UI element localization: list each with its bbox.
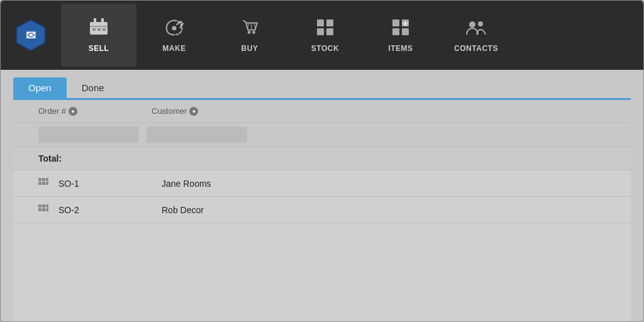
customer-filter-icon[interactable]: ● xyxy=(189,107,198,116)
svg-rect-27 xyxy=(42,178,45,181)
table-row[interactable]: SO-1 Jane Rooms xyxy=(13,170,631,197)
logo-icon: ✉ xyxy=(14,19,47,52)
svg-rect-16 xyxy=(326,19,333,26)
customer-filter-input[interactable] xyxy=(147,126,247,143)
table-header: Order # ● Customer ● xyxy=(13,100,631,123)
svg-point-25 xyxy=(478,21,483,26)
svg-rect-32 xyxy=(38,204,42,208)
logo-area: ✉ xyxy=(6,19,56,52)
nav-item-buy[interactable]: BUY xyxy=(212,4,287,67)
svg-rect-30 xyxy=(46,178,48,181)
cell-order-2: SO-2 xyxy=(58,205,162,215)
svg-rect-19 xyxy=(392,19,399,26)
nav-item-make[interactable]: MAKE xyxy=(136,4,212,67)
svg-rect-28 xyxy=(38,182,42,185)
svg-point-11 xyxy=(252,31,255,34)
svg-rect-3 xyxy=(94,18,96,25)
make-label: MAKE xyxy=(162,44,186,53)
svg-rect-33 xyxy=(42,204,45,208)
nav-item-items[interactable]: ITEMS xyxy=(363,4,438,67)
svg-rect-34 xyxy=(38,208,42,211)
cell-order-1: SO-1 xyxy=(58,179,162,189)
filter-row xyxy=(13,123,631,147)
tabs-row: Open Done xyxy=(13,77,631,98)
table-area: Order # ● Customer ● Total: xyxy=(13,100,631,321)
stock-icon xyxy=(316,18,335,39)
svg-rect-36 xyxy=(46,204,48,208)
nav-item-sell[interactable]: SELL xyxy=(61,4,136,67)
svg-rect-17 xyxy=(317,28,324,35)
buy-icon xyxy=(240,18,259,39)
col-customer-header: Customer ● xyxy=(152,106,277,116)
svg-rect-4 xyxy=(101,18,104,25)
items-icon xyxy=(391,18,410,39)
tab-done[interactable]: Done xyxy=(67,77,119,98)
buy-label: BUY xyxy=(242,44,258,53)
svg-rect-37 xyxy=(46,208,48,211)
svg-rect-7 xyxy=(97,28,101,31)
svg-rect-15 xyxy=(317,19,324,26)
svg-rect-29 xyxy=(42,182,45,185)
make-icon xyxy=(164,18,184,39)
total-row: Total: xyxy=(13,147,631,170)
sell-label: SELL xyxy=(89,44,109,53)
svg-rect-26 xyxy=(38,178,42,181)
svg-rect-18 xyxy=(326,28,333,35)
svg-rect-6 xyxy=(92,28,96,31)
contacts-label: CONTACTS xyxy=(454,44,498,53)
sell-icon xyxy=(89,18,109,39)
svg-rect-31 xyxy=(46,182,48,185)
main-content: Open Done Order # ● Customer ● xyxy=(1,70,643,321)
total-label: Total: xyxy=(38,153,62,164)
cell-customer-1: Jane Rooms xyxy=(162,179,211,189)
nav-item-contacts[interactable]: CONTACTS xyxy=(438,4,514,67)
top-nav: ✉ SELL xyxy=(1,1,643,70)
order-filter-icon[interactable]: ● xyxy=(69,107,77,116)
order-filter-input[interactable] xyxy=(38,126,139,143)
app-container: ✉ SELL xyxy=(0,0,644,322)
row-grid-icon xyxy=(38,204,48,215)
col-order-header: Order # ● xyxy=(38,106,152,116)
svg-point-10 xyxy=(248,31,251,34)
svg-text:✉: ✉ xyxy=(26,29,36,42)
svg-point-9 xyxy=(172,26,177,30)
svg-point-24 xyxy=(469,21,475,28)
cell-customer-2: Rob Decor xyxy=(162,205,204,215)
contacts-icon xyxy=(465,18,487,39)
svg-rect-8 xyxy=(103,28,106,31)
row-grid-icon xyxy=(38,178,48,189)
table-row[interactable]: SO-2 Rob Decor xyxy=(13,197,631,223)
items-label: ITEMS xyxy=(388,44,413,53)
nav-item-stock[interactable]: STOCK xyxy=(287,4,363,67)
tab-open[interactable]: Open xyxy=(13,77,67,98)
stock-label: STOCK xyxy=(311,44,339,53)
svg-rect-21 xyxy=(392,28,399,35)
svg-rect-22 xyxy=(402,28,409,35)
svg-rect-35 xyxy=(42,208,45,211)
